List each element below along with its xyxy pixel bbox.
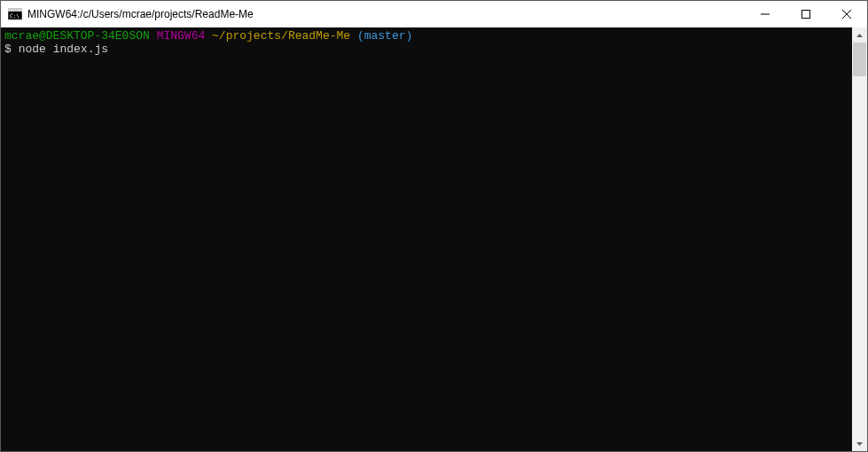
close-button[interactable] bbox=[826, 1, 867, 27]
prompt-branch: master bbox=[364, 29, 406, 43]
svg-text:C:\: C:\ bbox=[10, 12, 20, 19]
svg-marker-8 bbox=[856, 442, 863, 446]
svg-rect-4 bbox=[802, 11, 810, 19]
close-icon bbox=[842, 10, 851, 19]
titlebar[interactable]: C:\ MINGW64:/c/Users/mcrae/projects/Read… bbox=[1, 1, 867, 27]
prompt-user-host: mcrae@DESKTOP-34E0SON bbox=[4, 29, 150, 43]
chevron-up-icon bbox=[856, 34, 863, 37]
app-icon: C:\ bbox=[8, 7, 22, 21]
maximize-icon bbox=[802, 10, 810, 19]
vertical-scrollbar[interactable] bbox=[852, 27, 867, 451]
prompt-command: node index.js bbox=[19, 43, 108, 56]
client-area: mcrae@DESKTOP-34E0SON MINGW64 ~/projects… bbox=[1, 27, 867, 451]
minimize-button[interactable] bbox=[745, 1, 786, 27]
window-controls bbox=[745, 1, 867, 27]
scroll-thumb[interactable] bbox=[853, 43, 866, 76]
terminal-window: C:\ MINGW64:/c/Users/mcrae/projects/Read… bbox=[0, 0, 868, 452]
terminal-output[interactable]: mcrae@DESKTOP-34E0SON MINGW64 ~/projects… bbox=[1, 27, 852, 451]
scroll-up-button[interactable] bbox=[852, 27, 867, 43]
svg-rect-1 bbox=[8, 9, 22, 12]
prompt-path: ~/projects/ReadMe-Me bbox=[212, 29, 350, 43]
scroll-down-button[interactable] bbox=[852, 436, 867, 451]
minimize-icon bbox=[761, 10, 770, 19]
prompt-symbol: $ bbox=[4, 43, 12, 56]
svg-marker-7 bbox=[856, 34, 863, 37]
prompt-branch-close: ) bbox=[406, 29, 413, 43]
window-title: MINGW64:/c/Users/mcrae/projects/ReadMe-M… bbox=[27, 8, 745, 20]
chevron-down-icon bbox=[856, 442, 863, 446]
prompt-env: MINGW64 bbox=[157, 29, 206, 43]
prompt-branch-open: ( bbox=[357, 29, 364, 43]
maximize-button[interactable] bbox=[786, 1, 826, 27]
